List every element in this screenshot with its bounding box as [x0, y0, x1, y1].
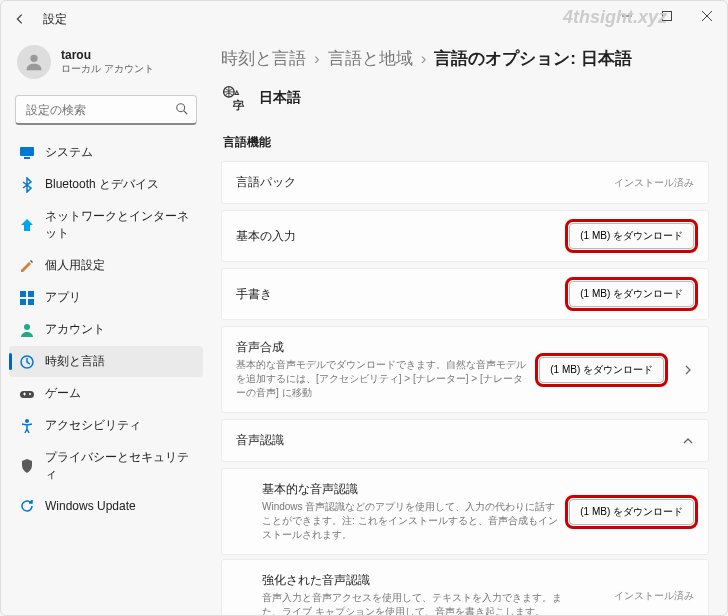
sidebar-item-apps[interactable]: アプリ — [9, 282, 203, 313]
network-icon — [19, 217, 35, 233]
back-button[interactable] — [11, 10, 29, 28]
sidebar-item-gaming[interactable]: ゲーム — [9, 378, 203, 409]
svg-rect-10 — [28, 291, 34, 297]
sidebar-item-label: アクセシビリティ — [45, 417, 141, 434]
breadcrumb-seg2[interactable]: 言語と地域 — [328, 47, 413, 70]
download-button[interactable]: (1 MB) をダウンロード — [539, 357, 664, 383]
bluetooth-icon — [19, 177, 35, 193]
update-icon — [19, 498, 35, 514]
card-handwriting[interactable]: 手書き (1 MB) をダウンロード — [221, 268, 709, 320]
svg-point-17 — [25, 419, 29, 423]
search-icon — [175, 102, 189, 116]
language-header: 字 日本語 — [221, 84, 709, 112]
personalization-icon — [19, 258, 35, 274]
card-tts[interactable]: 音声合成 基本的な音声モデルでダウンロードできます。自然な音声モデルを追加するに… — [221, 326, 709, 413]
close-button[interactable] — [687, 1, 727, 31]
apps-icon — [19, 290, 35, 306]
status-installed: インストール済み — [614, 176, 694, 190]
sidebar-item-network[interactable]: ネットワークとインターネット — [9, 201, 203, 249]
section-title: 言語機能 — [223, 134, 709, 151]
accessibility-icon — [19, 418, 35, 434]
card-speech-basic[interactable]: 基本的な音声認識 Windows 音声認識などのアプリを使用して、入力の代わりに… — [221, 468, 709, 555]
sidebar-item-label: 時刻と言語 — [45, 353, 105, 370]
sidebar-item-label: システム — [45, 144, 93, 161]
group-title: 音声認識 — [236, 432, 674, 449]
sidebar: tarou ローカル アカウント システムBluetooth とデバイスネットワ… — [1, 37, 211, 615]
window-title: 設定 — [43, 11, 67, 28]
svg-point-13 — [24, 324, 30, 330]
sidebar-item-bluetooth[interactable]: Bluetooth とデバイス — [9, 169, 203, 200]
chevron-up-icon — [682, 435, 694, 447]
svg-rect-12 — [28, 299, 34, 305]
sidebar-item-label: プライバシーとセキュリティ — [45, 449, 193, 483]
user-name: tarou — [61, 48, 154, 62]
svg-point-16 — [29, 393, 31, 395]
accounts-icon — [19, 322, 35, 338]
sidebar-item-accounts[interactable]: アカウント — [9, 314, 203, 345]
svg-rect-15 — [20, 391, 34, 398]
sidebar-item-label: 個人用設定 — [45, 257, 105, 274]
avatar — [17, 45, 51, 79]
sidebar-item-accessibility[interactable]: アクセシビリティ — [9, 410, 203, 441]
card-desc: Windows 音声認識などのアプリを使用して、入力の代わりに話すことができます… — [262, 500, 559, 542]
card-title: 基本の入力 — [236, 228, 559, 245]
svg-line-6 — [184, 111, 188, 115]
chevron-right-icon — [682, 364, 694, 376]
sidebar-item-label: アプリ — [45, 289, 81, 306]
breadcrumb-seg1[interactable]: 時刻と言語 — [221, 47, 306, 70]
card-title: 基本的な音声認識 — [262, 481, 559, 498]
user-subtitle: ローカル アカウント — [61, 62, 154, 76]
svg-rect-7 — [20, 147, 34, 156]
svg-rect-9 — [20, 291, 26, 297]
sidebar-item-label: Windows Update — [45, 499, 136, 513]
breadcrumb-seg3: 言語のオプション: 日本語 — [434, 47, 631, 70]
status-installed: インストール済み — [614, 589, 694, 603]
sidebar-item-update[interactable]: Windows Update — [9, 491, 203, 521]
card-language-pack[interactable]: 言語パック インストール済み — [221, 161, 709, 204]
download-button[interactable]: (1 MB) をダウンロード — [569, 223, 694, 249]
card-title: 言語パック — [236, 174, 604, 191]
svg-rect-11 — [20, 299, 26, 305]
search-box[interactable] — [15, 95, 197, 125]
sidebar-item-privacy[interactable]: プライバシーとセキュリティ — [9, 442, 203, 490]
svg-rect-1 — [663, 12, 672, 21]
search-input[interactable] — [15, 95, 197, 125]
privacy-icon — [19, 458, 35, 474]
breadcrumb: 時刻と言語 › 言語と地域 › 言語のオプション: 日本語 — [221, 47, 709, 70]
speech-recognition-header[interactable]: 音声認識 — [221, 419, 709, 462]
card-desc: 音声入力と音声アクセスを使用して、テキストを入力できます。また、ライブ キャプシ… — [262, 591, 562, 615]
svg-point-5 — [177, 104, 185, 112]
maximize-button[interactable] — [647, 1, 687, 31]
svg-point-4 — [30, 55, 37, 62]
sidebar-item-label: Bluetooth とデバイス — [45, 176, 159, 193]
card-title: 手書き — [236, 286, 559, 303]
minimize-button[interactable] — [607, 1, 647, 31]
gaming-icon — [19, 386, 35, 402]
chevron-right-icon: › — [314, 49, 320, 69]
language-label: 日本語 — [259, 89, 301, 107]
system-icon — [19, 145, 35, 161]
card-title: 強化された音声認識 — [262, 572, 604, 589]
card-desc: 基本的な音声モデルでダウンロードできます。自然な音声モデルを追加するには、[アク… — [236, 358, 529, 400]
card-basic-typing[interactable]: 基本の入力 (1 MB) をダウンロード — [221, 210, 709, 262]
sidebar-item-system[interactable]: システム — [9, 137, 203, 168]
svg-rect-8 — [24, 157, 30, 159]
user-block[interactable]: tarou ローカル アカウント — [9, 41, 203, 89]
sidebar-item-label: アカウント — [45, 321, 105, 338]
language-icon: 字 — [221, 84, 249, 112]
download-button[interactable]: (1 MB) をダウンロード — [569, 499, 694, 525]
card-title: 音声合成 — [236, 339, 529, 356]
time-icon — [19, 354, 35, 370]
card-speech-enhanced[interactable]: 強化された音声認識 音声入力と音声アクセスを使用して、テキストを入力できます。ま… — [221, 559, 709, 615]
download-button[interactable]: (1 MB) をダウンロード — [569, 281, 694, 307]
sidebar-item-label: ネットワークとインターネット — [45, 208, 193, 242]
main-content: 時刻と言語 › 言語と地域 › 言語のオプション: 日本語 字 日本語 言語機能… — [211, 37, 727, 615]
sidebar-item-label: ゲーム — [45, 385, 81, 402]
sidebar-item-time[interactable]: 時刻と言語 — [9, 346, 203, 377]
sidebar-item-personalization[interactable]: 個人用設定 — [9, 250, 203, 281]
chevron-right-icon: › — [421, 49, 427, 69]
